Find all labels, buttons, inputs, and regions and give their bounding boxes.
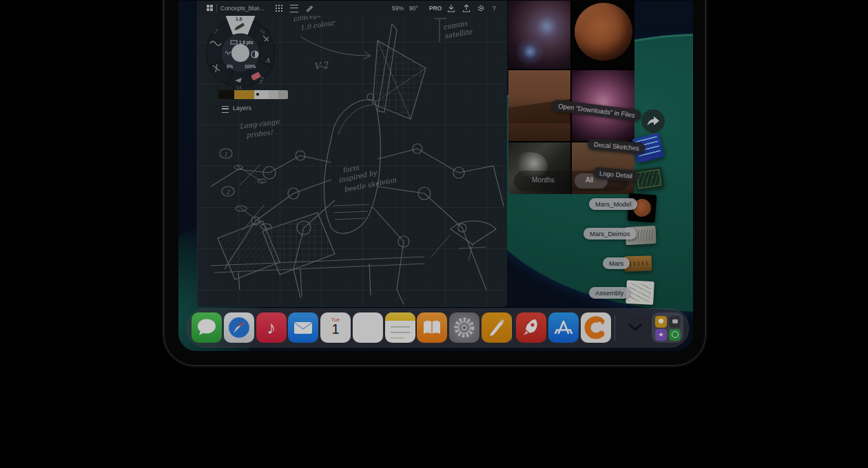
settings-gear-icon[interactable]	[477, 4, 485, 12]
dock-app-safari[interactable]	[224, 312, 254, 343]
dock-app-music[interactable]: ♪	[256, 312, 287, 343]
layers-row[interactable]: Layers	[222, 105, 251, 111]
concepts-c-icon	[581, 312, 611, 343]
music-note-icon: ♪	[267, 317, 276, 338]
dock-app-app-store[interactable]	[548, 312, 579, 343]
pro-badge: PRO	[429, 5, 442, 12]
photos-app-window[interactable]	[508, 1, 634, 194]
concepts-app-window[interactable]: concept 1.0 colour comms satellite V-2 L…	[197, 1, 507, 307]
settings-gears-icon	[449, 312, 479, 343]
ipad-screen: concept 1.0 colour comms satellite V-2 L…	[178, 1, 693, 351]
camera-icon	[669, 316, 681, 328]
messages-bubble-icon	[192, 312, 222, 343]
safari-compass-icon	[224, 312, 254, 343]
swatch-lightgray-selected[interactable]	[254, 90, 269, 99]
dock-app-library[interactable]: ★	[652, 312, 683, 343]
app-grid-icon[interactable]	[207, 5, 213, 11]
drag-label-assembly: Assembly	[589, 287, 630, 299]
note-marker-2: 2	[226, 189, 230, 195]
photo-mars-globe[interactable]	[572, 1, 634, 69]
wheel-knob[interactable]	[231, 44, 249, 62]
chevron-down-icon[interactable]	[627, 321, 643, 334]
calendar-day: 1	[320, 322, 351, 336]
note-probes-2: probes!	[245, 128, 274, 140]
app-store-a-icon	[548, 312, 579, 343]
note-marker-1: 1	[224, 151, 227, 158]
share-badge[interactable]	[641, 109, 665, 133]
drag-label-mars-model: Mars_Model	[589, 198, 637, 210]
layers-icon	[222, 106, 229, 113]
concepts-toolbar: Concepts_blue... 59% 90° PRO	[197, 1, 507, 16]
workspace-dots-icon[interactable]	[275, 4, 282, 12]
swatch-gold[interactable]	[234, 90, 254, 99]
rotation-value[interactable]: 90°	[409, 5, 418, 12]
menu-stack-icon[interactable]	[290, 5, 298, 12]
dock-app-books[interactable]	[417, 312, 447, 343]
dock: ♪ Tue 1	[187, 308, 689, 348]
tips-lightbulb-icon	[655, 316, 667, 328]
note-probes-1: Long-range	[239, 118, 280, 131]
green-logo-thumb[interactable]	[634, 167, 664, 191]
books-open-book-icon	[417, 312, 447, 343]
selected-swatch-dot	[256, 93, 259, 96]
dock-divider-2	[614, 315, 615, 341]
segment-all[interactable]: All	[586, 176, 593, 184]
star-app-icon: ★	[655, 329, 667, 341]
notes-header	[385, 312, 415, 321]
opacity-min: 0%	[227, 64, 234, 69]
selected-size: 1.6	[236, 17, 242, 21]
layers-label: Layers	[233, 105, 251, 111]
pen-tool-icon[interactable]	[305, 4, 313, 12]
segment-months[interactable]: Months	[532, 176, 555, 184]
swatch-black[interactable]	[218, 90, 234, 99]
mail-envelope-icon	[288, 312, 318, 343]
photo-orion-nebula-blue[interactable]	[508, 1, 570, 69]
forward-share-arrow-icon	[641, 109, 665, 133]
dock-app-concepts[interactable]	[581, 312, 611, 343]
drag-label-mars-deimos: Mars_Deimos	[583, 228, 637, 240]
dock-app-notes[interactable]	[385, 312, 415, 343]
export-icon[interactable]	[462, 4, 471, 12]
drag-label-mars: Mars	[603, 257, 630, 269]
color-swatch-bar[interactable]	[218, 90, 288, 99]
dock-app-mail[interactable]	[288, 312, 318, 343]
ipad-device-frame: concept 1.0 colour comms satellite V-2 L…	[163, 0, 706, 366]
import-icon[interactable]	[447, 4, 455, 12]
document-title[interactable]: Concepts_blue...	[220, 5, 265, 12]
segment-size-3: 6.9	[236, 85, 242, 89]
dock-app-calendar[interactable]: Tue 1	[320, 312, 351, 343]
text-tool-icon[interactable]: A	[265, 57, 270, 64]
swatch-gray[interactable]	[269, 90, 278, 99]
dock-app-concepts-pen[interactable]	[482, 312, 512, 343]
rocket-icon	[516, 312, 546, 343]
dock-divider-1	[511, 315, 512, 341]
opacity-max: 100%	[245, 64, 256, 69]
timer-app-icon	[669, 329, 681, 341]
help-icon[interactable]: ?	[493, 5, 496, 12]
dock-app-messages[interactable]	[192, 312, 222, 343]
zoom-level[interactable]: 59%	[392, 5, 404, 12]
dock-app-settings[interactable]	[449, 312, 479, 343]
fountain-pen-icon	[482, 312, 512, 343]
swatch-gray-2[interactable]	[278, 90, 288, 99]
photos-flower-icon	[358, 317, 378, 338]
dock-app-rocket[interactable]	[516, 312, 546, 343]
assembly-sketch-thumb[interactable]	[626, 280, 654, 305]
dock-app-photos[interactable]	[353, 312, 383, 343]
